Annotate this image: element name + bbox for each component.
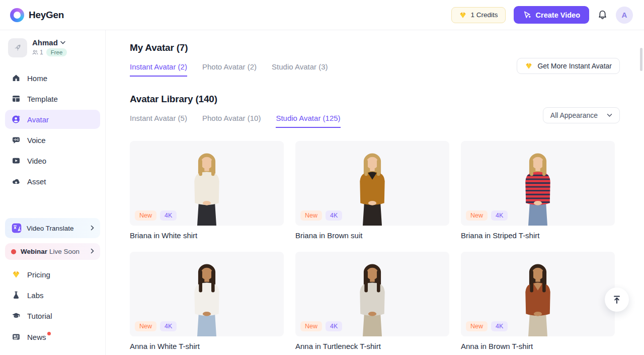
asset-cloud-icon bbox=[12, 177, 21, 186]
tab-photo-avatar[interactable]: Photo Avatar (2) bbox=[202, 62, 257, 77]
profile-avatar[interactable]: A bbox=[616, 7, 633, 24]
top-bar: HeyGen 1 Credits Create Video A bbox=[0, 0, 644, 30]
sidebar-item-asset[interactable]: Asset bbox=[5, 172, 100, 191]
tab-instant-avatar[interactable]: Instant Avatar (2) bbox=[130, 62, 187, 77]
plan-badge: Free bbox=[46, 48, 67, 56]
news-icon bbox=[12, 332, 21, 341]
chevron-down-icon bbox=[60, 41, 65, 44]
new-badge: New bbox=[300, 210, 322, 221]
gem-icon bbox=[459, 11, 467, 19]
chevron-down-icon bbox=[607, 113, 612, 117]
template-icon bbox=[12, 94, 21, 103]
tab-library-photo-avatar[interactable]: Photo Avatar (10) bbox=[202, 114, 261, 128]
sidebar-item-video[interactable]: Video bbox=[5, 151, 100, 170]
create-video-label: Create Video bbox=[536, 11, 580, 19]
live-dot-icon bbox=[11, 249, 16, 254]
resolution-badge: 4K bbox=[326, 210, 342, 221]
brand-name: HeyGen bbox=[29, 10, 64, 21]
avatar-photo: New 4K bbox=[461, 252, 615, 336]
main-content: My Avatar (7) Instant Avatar (2) Photo A… bbox=[106, 30, 644, 355]
avatar-photo: New 4K bbox=[130, 141, 284, 226]
arrow-up-to-line-icon bbox=[612, 295, 622, 305]
tab-library-studio-avatar[interactable]: Studio Avatar (125) bbox=[276, 114, 340, 128]
sidebar: Ahmad 1 Free Home Template Avatar Voice … bbox=[0, 30, 106, 355]
sidebar-item-home[interactable]: Home bbox=[5, 68, 100, 88]
avatar-icon bbox=[12, 115, 21, 124]
graduation-cap-icon bbox=[12, 311, 21, 320]
scroll-to-top-button[interactable] bbox=[605, 288, 629, 312]
rocket-icon bbox=[12, 42, 23, 53]
new-badge: New bbox=[300, 321, 322, 331]
new-badge: New bbox=[466, 210, 488, 221]
avatar-card-name: Anna in Brown T-shirt bbox=[461, 342, 615, 350]
resolution-badge: 4K bbox=[491, 210, 508, 221]
notifications-button[interactable] bbox=[597, 10, 608, 20]
home-icon bbox=[12, 74, 21, 83]
my-avatar-title: My Avatar (7) bbox=[130, 42, 620, 53]
members-icon bbox=[32, 49, 38, 55]
avatar-figure bbox=[178, 260, 235, 336]
new-badge: New bbox=[466, 321, 488, 331]
resolution-badge: 4K bbox=[491, 321, 508, 331]
news-notification-dot bbox=[47, 332, 51, 335]
tab-studio-avatar[interactable]: Studio Avatar (3) bbox=[272, 62, 328, 77]
sidebar-item-labs[interactable]: Labs bbox=[5, 286, 100, 305]
chevron-right-icon bbox=[91, 225, 94, 232]
voice-icon bbox=[12, 135, 21, 145]
video-translate-promo[interactable]: A Video Translate bbox=[5, 218, 100, 238]
sidebar-item-avatar[interactable]: Avatar bbox=[5, 110, 100, 129]
resolution-badge: 4K bbox=[160, 210, 177, 221]
webinar-label: Webinar bbox=[21, 248, 47, 255]
sidebar-item-template[interactable]: Template bbox=[5, 89, 100, 108]
avatar-card[interactable]: New 4K Anna in Turtleneck T-shirt bbox=[295, 252, 449, 350]
my-avatar-section: My Avatar (7) Instant Avatar (2) Photo A… bbox=[130, 42, 620, 77]
heygen-logo-icon bbox=[10, 8, 24, 22]
new-badge: New bbox=[135, 210, 156, 221]
workspace-switcher[interactable]: Ahmad 1 Free bbox=[5, 38, 100, 57]
flask-icon bbox=[12, 291, 21, 300]
credits-button[interactable]: 1 Credits bbox=[451, 7, 506, 23]
avatar-card[interactable]: New 4K Anna in Brown T-shirt bbox=[461, 252, 615, 350]
bell-icon bbox=[597, 10, 608, 20]
resolution-badge: 4K bbox=[160, 321, 177, 331]
sidebar-item-voice[interactable]: Voice bbox=[5, 130, 100, 150]
avatar-photo: New 4K bbox=[130, 252, 284, 336]
avatar-card-name: Briana in White shirt bbox=[130, 231, 284, 240]
heygen-logo[interactable]: HeyGen bbox=[10, 8, 64, 22]
scrollbar-thumb[interactable] bbox=[640, 48, 642, 71]
avatar-figure bbox=[509, 149, 567, 226]
cursor-plus-icon bbox=[523, 11, 531, 19]
avatar-card[interactable]: New 4K Briana in Brown suit bbox=[295, 141, 449, 240]
translate-icon: A bbox=[11, 223, 22, 234]
news-label: News bbox=[27, 333, 46, 341]
video-icon bbox=[12, 156, 21, 165]
member-count: 1 bbox=[32, 49, 43, 56]
sidebar-item-pricing[interactable]: Pricing bbox=[5, 265, 100, 284]
create-video-button[interactable]: Create Video bbox=[514, 6, 589, 24]
sidebar-item-tutorial[interactable]: Tutorial bbox=[5, 306, 100, 325]
avatar-library-title: Avatar Library (140) bbox=[130, 94, 620, 105]
avatar-card-name: Anna in Turtleneck T-shirt bbox=[295, 342, 449, 350]
chevron-right-icon bbox=[91, 248, 94, 255]
avatar-figure bbox=[344, 260, 401, 336]
pricing-gem-icon bbox=[12, 270, 21, 279]
sidebar-item-news[interactable]: News bbox=[5, 327, 100, 346]
appearance-filter-dropdown[interactable]: All Appearance bbox=[543, 107, 620, 123]
avatar-card[interactable]: New 4K Briana in White shirt bbox=[130, 141, 284, 240]
tab-library-instant-avatar[interactable]: Instant Avatar (5) bbox=[130, 114, 187, 128]
avatar-photo: New 4K bbox=[295, 141, 449, 226]
avatar-figure bbox=[509, 260, 567, 336]
webinar-promo[interactable]: WebinarLive Soon bbox=[5, 243, 100, 260]
avatar-card-name: Briana in Brown suit bbox=[295, 231, 449, 240]
avatar-cards-grid: New 4K Briana in White shirt New bbox=[130, 141, 620, 350]
workspace-thumbnail bbox=[8, 38, 27, 57]
get-more-instant-avatar-button[interactable]: Get More Instant Avatar bbox=[517, 58, 620, 74]
avatar-library-section: Avatar Library (140) Instant Avatar (5) … bbox=[130, 94, 620, 350]
avatar-figure bbox=[178, 149, 235, 226]
avatar-card[interactable]: New 4K Anna in White T-shirt bbox=[130, 252, 284, 350]
svg-text:A: A bbox=[18, 228, 21, 232]
webinar-sublabel: Live Soon bbox=[49, 248, 79, 255]
workspace-name: Ahmad bbox=[32, 38, 58, 47]
resolution-badge: 4K bbox=[326, 321, 342, 331]
avatar-card[interactable]: New 4K Briana in Striped T-shirt bbox=[461, 141, 615, 240]
